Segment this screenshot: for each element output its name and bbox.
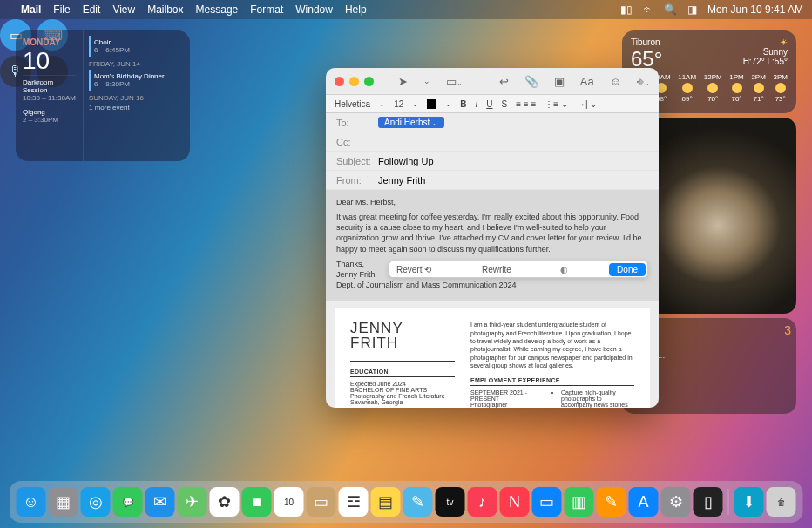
- dock-appstore[interactable]: A: [629, 487, 659, 517]
- menu-message[interactable]: Message: [196, 3, 239, 16]
- attach-icon[interactable]: 📎: [524, 75, 538, 88]
- weather-hour: 11AM69°: [678, 73, 696, 103]
- revert-button[interactable]: Revert ⟲: [389, 263, 438, 276]
- control-center-icon[interactable]: ◨: [687, 3, 697, 16]
- dock-notes[interactable]: ▤: [371, 487, 401, 517]
- body-sig: Thanks,: [336, 260, 364, 268]
- dock-contacts[interactable]: ▭: [307, 487, 336, 517]
- indent-button[interactable]: →| ⌄: [577, 99, 597, 109]
- from-label: From:: [336, 175, 378, 186]
- cv-attachment: JENNY FRITH EDUCATION Expected June 2024…: [335, 308, 650, 408]
- undo-icon: ⟲: [424, 265, 431, 274]
- menu-mailbox[interactable]: Mailbox: [147, 3, 183, 16]
- cv-line: Savannah, Georgia: [350, 399, 455, 405]
- calendar-day-number: 10: [23, 47, 76, 75]
- close-button[interactable]: [335, 77, 344, 86]
- underline-button[interactable]: U: [486, 99, 492, 109]
- format-bar: Helvetica⌄ 12⌄ ⌄ B I U S ≡ ≡ ≡ ⋮≡ ⌄ →| ⌄: [326, 94, 659, 113]
- dock-separator: [728, 489, 729, 515]
- dock-messages[interactable]: 💬: [113, 487, 143, 517]
- zoom-button[interactable]: [364, 77, 374, 86]
- body-sig: Jenny Frith: [336, 270, 376, 279]
- cal-more-link[interactable]: 1 more event: [89, 104, 185, 112]
- cal-event-time: 6 – 8:30PM: [94, 80, 185, 88]
- done-button[interactable]: Done: [609, 263, 646, 276]
- dock-launchpad[interactable]: ▦: [49, 487, 78, 517]
- dock-settings[interactable]: ⚙: [661, 487, 691, 517]
- battery-icon[interactable]: ▮▯: [620, 3, 633, 16]
- menu-edit[interactable]: Edit: [83, 3, 101, 16]
- cv-line: Photography and French Literature: [350, 393, 455, 399]
- cv-line: Photographer: [470, 402, 544, 408]
- reply-icon[interactable]: ↩: [499, 75, 509, 88]
- color-swatch[interactable]: [427, 99, 436, 109]
- dock-calendar[interactable]: 10: [274, 487, 304, 517]
- calendar-widget[interactable]: MONDAY 10 Darkroom Session10:30 – 11:30A…: [16, 30, 190, 161]
- dock-iphone[interactable]: ▯: [694, 487, 723, 517]
- list-button[interactable]: ⋮≡ ⌄: [545, 99, 568, 109]
- dock-freeform[interactable]: ✎: [403, 487, 433, 517]
- font-select[interactable]: Helvetica: [335, 99, 370, 109]
- dock-photos[interactable]: ✿: [210, 487, 240, 517]
- dock-maps[interactable]: ✈: [178, 487, 207, 517]
- dock-pages[interactable]: ✎: [597, 487, 626, 517]
- app-menu[interactable]: Mail: [21, 3, 41, 16]
- from-value[interactable]: Jenny Frith: [378, 175, 425, 186]
- header-dropdown-icon[interactable]: ⌄: [423, 77, 430, 85]
- align-buttons[interactable]: ≡ ≡ ≡: [516, 99, 536, 109]
- menu-help[interactable]: Help: [345, 3, 367, 16]
- format-icon[interactable]: Aa: [580, 75, 594, 88]
- clock[interactable]: Mon Jun 10 9:41 AM: [707, 3, 803, 16]
- dock-numbers[interactable]: ▥: [565, 487, 594, 517]
- cal-event-time: 10:30 – 11:30AM: [23, 94, 76, 102]
- cal-date-header: FRIDAY, JUN 14: [89, 60, 185, 68]
- weather-hour: 1PM70°: [729, 73, 743, 103]
- weather-hour: 2PM71°: [751, 73, 765, 103]
- body-sig: Dept. of Journalism and Mass Communicati…: [336, 281, 517, 289]
- subject-label: Subject:: [336, 156, 378, 166]
- dock-news[interactable]: N: [500, 487, 530, 517]
- dock-downloads[interactable]: ⬇: [734, 487, 764, 517]
- strike-button[interactable]: S: [502, 99, 508, 109]
- italic-button[interactable]: I: [476, 99, 478, 109]
- template-icon[interactable]: ▭⌄: [446, 75, 463, 88]
- menu-format[interactable]: Format: [250, 3, 283, 16]
- rewrite-menu-icon[interactable]: ◐: [555, 265, 573, 274]
- titlebar: ➤ ⌄ ▭⌄ ↩ 📎 ▣ Aa ☺ ⎆⌄: [326, 68, 659, 94]
- wifi-icon[interactable]: ᯤ: [643, 3, 653, 16]
- subject-field[interactable]: Following Up: [378, 156, 434, 166]
- minimize-button[interactable]: [349, 77, 359, 86]
- emoji-icon[interactable]: ☺: [610, 75, 621, 88]
- bold-button[interactable]: B: [460, 99, 466, 109]
- dock-safari[interactable]: ◎: [81, 487, 111, 517]
- weather-condition: Sunny: [743, 47, 788, 57]
- send-icon[interactable]: ➤: [398, 75, 408, 88]
- cal-event-title: Choir: [94, 38, 185, 46]
- dock-music[interactable]: ♪: [468, 487, 497, 517]
- dock-trash[interactable]: 🗑: [767, 487, 796, 517]
- cal-event-time: 6 – 6:45PM: [94, 46, 185, 54]
- weather-hour: 12PM70°: [704, 73, 722, 103]
- photo-icon[interactable]: ▣: [554, 75, 565, 88]
- spotlight-icon[interactable]: 🔍: [664, 3, 677, 16]
- calendar-day-label: MONDAY: [23, 37, 76, 47]
- dock-facetime[interactable]: ■: [242, 487, 272, 517]
- rewrite-button[interactable]: Rewrite: [475, 263, 518, 276]
- to-recipient[interactable]: Andi Herbst ⌄: [378, 117, 444, 128]
- dock-tv[interactable]: tv: [436, 487, 465, 517]
- weather-city: Tiburon: [631, 37, 662, 47]
- message-body[interactable]: Dear Ms. Herbst, It was great meeting fo…: [326, 190, 659, 408]
- menu-file[interactable]: File: [53, 3, 70, 16]
- menu-window[interactable]: Window: [295, 3, 333, 16]
- cal-event-title: Mom's Birthday Dinner: [94, 72, 185, 80]
- dock-keynote[interactable]: ▭: [532, 487, 562, 517]
- dock-mail[interactable]: ✉: [145, 487, 175, 517]
- dock-finder[interactable]: ☺: [17, 487, 46, 517]
- cv-bullet: Capture high-quality photographs to acco…: [561, 389, 634, 408]
- cal-event-title: Qigong: [23, 108, 76, 116]
- markup-icon[interactable]: ⎆⌄: [637, 75, 650, 88]
- cv-line: Expected June 2024: [350, 381, 455, 387]
- size-select[interactable]: 12: [394, 99, 403, 109]
- menu-view[interactable]: View: [112, 3, 135, 16]
- dock-reminders[interactable]: ☲: [339, 487, 369, 517]
